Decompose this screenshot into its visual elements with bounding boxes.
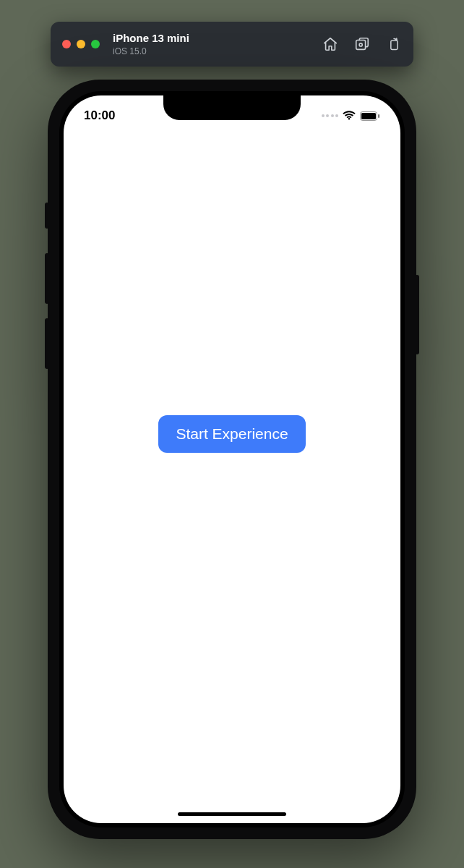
power-button[interactable]: [415, 275, 419, 354]
volume-down-button[interactable]: [45, 318, 49, 369]
svg-rect-4: [361, 113, 376, 119]
svg-rect-5: [378, 114, 379, 118]
phone-screen: 10:00: [64, 95, 400, 823]
status-time: 10:00: [84, 109, 142, 123]
wifi-icon: [343, 111, 356, 121]
volume-up-button[interactable]: [45, 253, 49, 304]
app-content: Start Experience: [64, 95, 400, 823]
window-traffic-lights: [62, 40, 100, 48]
start-experience-button[interactable]: Start Experience: [158, 415, 305, 453]
battery-icon: [360, 111, 380, 121]
screenshot-icon[interactable]: [354, 36, 370, 52]
status-right-cluster: [322, 111, 381, 121]
simulator-device-name: iPhone 13 mini: [113, 32, 189, 45]
simulator-toolbar-actions: [322, 36, 402, 52]
svg-rect-2: [391, 41, 398, 50]
silence-switch[interactable]: [45, 203, 49, 229]
window-close-button[interactable]: [62, 40, 71, 48]
svg-point-1: [359, 43, 362, 46]
phone-notch: [163, 95, 301, 120]
simulator-device-meta: iPhone 13 mini iOS 15.0: [113, 32, 189, 56]
home-indicator[interactable]: [178, 812, 286, 816]
svg-rect-0: [356, 41, 366, 50]
phone-device: 10:00: [48, 80, 416, 839]
rotate-icon[interactable]: [386, 36, 402, 52]
simulator-os-version: iOS 15.0: [113, 46, 189, 56]
simulator-toolbar: iPhone 13 mini iOS 15.0: [51, 22, 413, 67]
phone-bezel: 10:00: [59, 91, 405, 827]
window-minimize-button[interactable]: [77, 40, 85, 48]
phone-frame: 10:00: [48, 80, 416, 839]
window-zoom-button[interactable]: [91, 40, 100, 48]
cellular-signal-icon: [322, 114, 339, 117]
home-icon[interactable]: [322, 36, 338, 52]
